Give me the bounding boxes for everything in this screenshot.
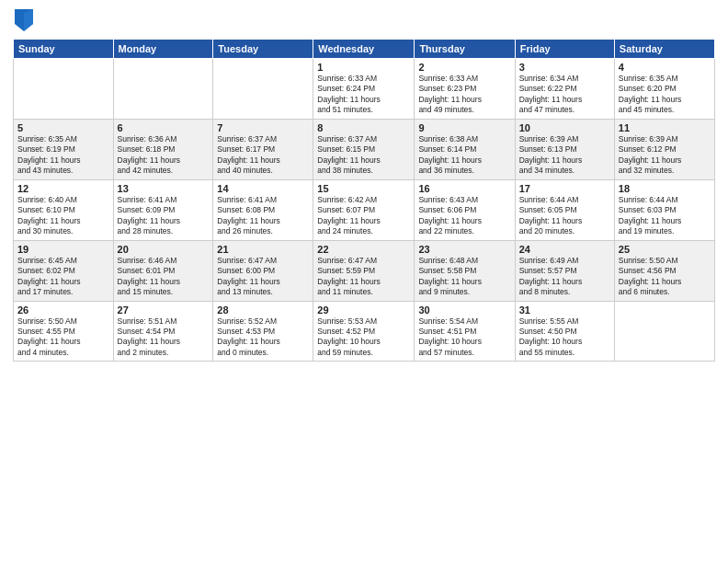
- calendar-table: SundayMondayTuesdayWednesdayThursdayFrid…: [13, 39, 715, 362]
- day-number: 28: [217, 304, 309, 316]
- day-info: Sunrise: 6:38 AMSunset: 6:14 PMDaylight:…: [418, 134, 510, 177]
- calendar-cell: 22Sunrise: 6:47 AMSunset: 5:59 PMDayligh…: [313, 240, 415, 301]
- day-number: 5: [17, 122, 109, 133]
- day-info: Sunrise: 6:47 AMSunset: 6:00 PMDaylight:…: [217, 256, 309, 298]
- day-info: Sunrise: 5:51 AMSunset: 4:54 PMDaylight:…: [118, 316, 210, 359]
- day-number: 22: [317, 244, 410, 255]
- day-info: Sunrise: 5:54 AMSunset: 4:51 PMDaylight:…: [418, 316, 510, 359]
- day-info: Sunrise: 6:45 AMSunset: 6:02 PMDaylight:…: [17, 256, 109, 298]
- logo-icon: [15, 9, 33, 31]
- calendar-cell: 14Sunrise: 6:41 AMSunset: 6:08 PMDayligh…: [213, 179, 313, 240]
- calendar-cell: 7Sunrise: 6:37 AMSunset: 6:17 PMDaylight…: [213, 119, 313, 179]
- calendar-cell: 23Sunrise: 6:48 AMSunset: 5:58 PMDayligh…: [415, 240, 515, 301]
- calendar-cell: 18Sunrise: 6:44 AMSunset: 6:03 PMDayligh…: [614, 179, 714, 240]
- day-info: Sunrise: 6:44 AMSunset: 6:05 PMDaylight:…: [519, 195, 610, 237]
- calendar-header-row: SundayMondayTuesdayWednesdayThursdayFrid…: [14, 40, 715, 59]
- day-number: 23: [418, 244, 510, 255]
- calendar-header-friday: Friday: [515, 40, 614, 59]
- day-info: Sunrise: 6:44 AMSunset: 6:03 PMDaylight:…: [619, 195, 711, 237]
- calendar-cell: 29Sunrise: 5:53 AMSunset: 4:52 PMDayligh…: [313, 301, 415, 362]
- calendar-cell: 12Sunrise: 6:40 AMSunset: 6:10 PMDayligh…: [14, 179, 114, 240]
- day-info: Sunrise: 6:36 AMSunset: 6:18 PMDaylight:…: [118, 134, 210, 177]
- calendar-cell: 2Sunrise: 6:33 AMSunset: 6:23 PMDaylight…: [415, 59, 515, 120]
- calendar-cell: [614, 301, 714, 362]
- day-info: Sunrise: 6:33 AMSunset: 6:23 PMDaylight:…: [418, 74, 510, 116]
- day-info: Sunrise: 6:48 AMSunset: 5:58 PMDaylight:…: [418, 256, 510, 298]
- calendar-cell: [113, 59, 213, 120]
- day-number: 15: [317, 183, 410, 194]
- day-number: 8: [317, 122, 410, 133]
- calendar-cell: 16Sunrise: 6:43 AMSunset: 6:06 PMDayligh…: [415, 179, 515, 240]
- calendar-cell: 24Sunrise: 6:49 AMSunset: 5:57 PMDayligh…: [515, 240, 614, 301]
- calendar-cell: 27Sunrise: 5:51 AMSunset: 4:54 PMDayligh…: [113, 301, 213, 362]
- day-number: 24: [519, 244, 610, 255]
- calendar-week-row: 5Sunrise: 6:35 AMSunset: 6:19 PMDaylight…: [14, 119, 715, 179]
- day-info: Sunrise: 6:46 AMSunset: 6:01 PMDaylight:…: [118, 256, 210, 298]
- day-number: 18: [619, 183, 711, 194]
- day-info: Sunrise: 6:33 AMSunset: 6:24 PMDaylight:…: [317, 74, 410, 116]
- day-number: 26: [17, 304, 109, 316]
- day-info: Sunrise: 6:41 AMSunset: 6:08 PMDaylight:…: [217, 195, 309, 237]
- day-number: 21: [217, 244, 309, 255]
- day-info: Sunrise: 6:35 AMSunset: 6:20 PMDaylight:…: [619, 74, 711, 116]
- calendar-header-monday: Monday: [113, 40, 213, 59]
- calendar-header-wednesday: Wednesday: [313, 40, 415, 59]
- calendar-cell: 15Sunrise: 6:42 AMSunset: 6:07 PMDayligh…: [313, 179, 415, 240]
- day-number: 10: [519, 122, 610, 133]
- calendar-cell: 17Sunrise: 6:44 AMSunset: 6:05 PMDayligh…: [515, 179, 614, 240]
- calendar-week-row: 12Sunrise: 6:40 AMSunset: 6:10 PMDayligh…: [14, 179, 715, 240]
- day-number: 4: [619, 62, 711, 73]
- day-info: Sunrise: 5:50 AMSunset: 4:56 PMDaylight:…: [619, 256, 711, 298]
- day-number: 7: [217, 122, 309, 133]
- day-info: Sunrise: 5:53 AMSunset: 4:52 PMDaylight:…: [317, 316, 410, 359]
- calendar-cell: 11Sunrise: 6:39 AMSunset: 6:12 PMDayligh…: [614, 119, 714, 179]
- day-info: Sunrise: 6:41 AMSunset: 6:09 PMDaylight:…: [118, 195, 210, 237]
- calendar-cell: 3Sunrise: 6:34 AMSunset: 6:22 PMDaylight…: [515, 59, 614, 120]
- day-info: Sunrise: 6:47 AMSunset: 5:59 PMDaylight:…: [317, 256, 410, 298]
- day-number: 13: [118, 183, 210, 194]
- calendar-cell: 6Sunrise: 6:36 AMSunset: 6:18 PMDaylight…: [113, 119, 213, 179]
- calendar-cell: 30Sunrise: 5:54 AMSunset: 4:51 PMDayligh…: [415, 301, 515, 362]
- calendar-cell: 4Sunrise: 6:35 AMSunset: 6:20 PMDaylight…: [614, 59, 714, 120]
- day-info: Sunrise: 6:40 AMSunset: 6:10 PMDaylight:…: [17, 195, 109, 237]
- day-info: Sunrise: 6:39 AMSunset: 6:12 PMDaylight:…: [619, 134, 711, 177]
- calendar-header-tuesday: Tuesday: [213, 40, 313, 59]
- day-info: Sunrise: 6:49 AMSunset: 5:57 PMDaylight:…: [519, 256, 610, 298]
- calendar-cell: 20Sunrise: 6:46 AMSunset: 6:01 PMDayligh…: [113, 240, 213, 301]
- calendar-cell: 25Sunrise: 5:50 AMSunset: 4:56 PMDayligh…: [614, 240, 714, 301]
- calendar-cell: 5Sunrise: 6:35 AMSunset: 6:19 PMDaylight…: [14, 119, 114, 179]
- day-info: Sunrise: 6:35 AMSunset: 6:19 PMDaylight:…: [17, 134, 109, 177]
- day-number: 27: [118, 304, 210, 316]
- calendar-cell: 31Sunrise: 5:55 AMSunset: 4:50 PMDayligh…: [515, 301, 614, 362]
- calendar-cell: [14, 59, 114, 120]
- day-number: 14: [217, 183, 309, 194]
- day-info: Sunrise: 6:39 AMSunset: 6:13 PMDaylight:…: [519, 134, 610, 177]
- day-info: Sunrise: 5:55 AMSunset: 4:50 PMDaylight:…: [519, 316, 610, 359]
- day-info: Sunrise: 6:34 AMSunset: 6:22 PMDaylight:…: [519, 74, 610, 116]
- calendar-cell: 19Sunrise: 6:45 AMSunset: 6:02 PMDayligh…: [14, 240, 114, 301]
- calendar-cell: 10Sunrise: 6:39 AMSunset: 6:13 PMDayligh…: [515, 119, 614, 179]
- calendar-cell: 13Sunrise: 6:41 AMSunset: 6:09 PMDayligh…: [113, 179, 213, 240]
- calendar-cell: 8Sunrise: 6:37 AMSunset: 6:15 PMDaylight…: [313, 119, 415, 179]
- day-number: 9: [418, 122, 510, 133]
- day-number: 6: [118, 122, 210, 133]
- day-number: 25: [619, 244, 711, 255]
- logo: [13, 9, 33, 31]
- day-number: 2: [418, 62, 510, 73]
- calendar-header-thursday: Thursday: [415, 40, 515, 59]
- calendar-week-row: 1Sunrise: 6:33 AMSunset: 6:24 PMDaylight…: [14, 59, 715, 120]
- day-number: 16: [418, 183, 510, 194]
- calendar-week-row: 19Sunrise: 6:45 AMSunset: 6:02 PMDayligh…: [14, 240, 715, 301]
- page: SundayMondayTuesdayWednesdayThursdayFrid…: [0, 0, 728, 563]
- calendar-cell: 9Sunrise: 6:38 AMSunset: 6:14 PMDaylight…: [415, 119, 515, 179]
- calendar-cell: 26Sunrise: 5:50 AMSunset: 4:55 PMDayligh…: [14, 301, 114, 362]
- calendar-week-row: 26Sunrise: 5:50 AMSunset: 4:55 PMDayligh…: [14, 301, 715, 362]
- day-info: Sunrise: 5:52 AMSunset: 4:53 PMDaylight:…: [217, 316, 309, 359]
- day-number: 11: [619, 122, 711, 133]
- day-info: Sunrise: 6:43 AMSunset: 6:06 PMDaylight:…: [418, 195, 510, 237]
- day-number: 19: [17, 244, 109, 255]
- day-info: Sunrise: 5:50 AMSunset: 4:55 PMDaylight:…: [17, 316, 109, 359]
- calendar-header-sunday: Sunday: [14, 40, 114, 59]
- day-info: Sunrise: 6:37 AMSunset: 6:15 PMDaylight:…: [317, 134, 410, 177]
- calendar-header-saturday: Saturday: [614, 40, 714, 59]
